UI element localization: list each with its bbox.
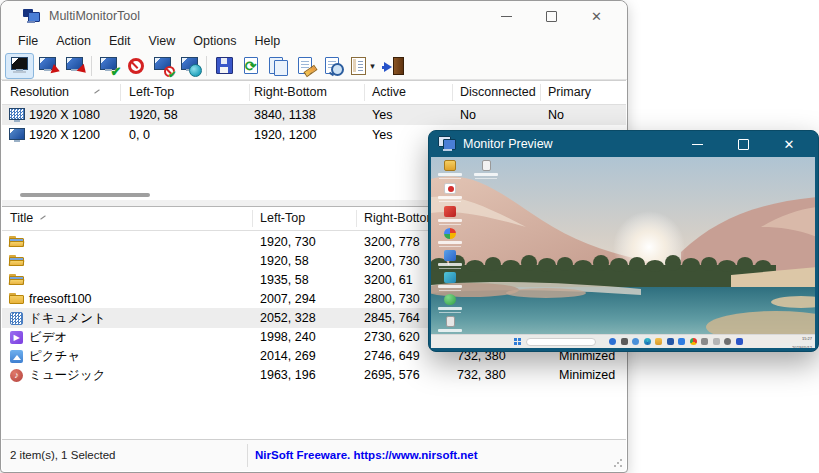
desktop-shortcut-app[interactable] [435, 250, 465, 272]
monitor-row[interactable]: 1920 X 1080 1920, 58 3840, 1138 Yes No N… [2, 105, 626, 125]
save-button[interactable] [210, 54, 237, 78]
copy-icon [268, 56, 288, 75]
maximize-icon [738, 139, 749, 150]
taskbar-chrome-icon[interactable] [690, 338, 697, 345]
close-button[interactable]: ✕ [574, 1, 619, 31]
column-disconnected[interactable]: Disconnected [460, 81, 536, 104]
taskbar-edge-icon[interactable] [644, 338, 651, 345]
titlebar[interactable]: MultiMonitorTool ✕ [1, 1, 627, 31]
status-items-text: 2 item(s), 1 Selected [10, 440, 115, 471]
cell-title: ドキュメント [29, 308, 106, 328]
preview-close-button[interactable]: ✕ [766, 131, 812, 157]
menu-file[interactable]: File [9, 31, 47, 52]
taskbar-app-icon[interactable] [609, 338, 616, 345]
menu-options[interactable]: Options [184, 31, 245, 52]
cell-primary: No [548, 105, 564, 125]
move-window-primary-monitor-button[interactable] [61, 54, 88, 78]
app-icon [444, 250, 456, 261]
taskbar-settings-icon[interactable] [724, 338, 731, 345]
status-bar: 2 item(s), 1 Selected NirSoft Freeware. … [2, 439, 626, 471]
desktop-shortcut-folder[interactable] [435, 160, 465, 182]
column-active[interactable]: Active [372, 81, 406, 104]
taskbar-search-box[interactable]: 検索 [526, 338, 596, 346]
column-title[interactable]: Title [10, 207, 33, 230]
taskbar-app-icon[interactable] [667, 338, 674, 345]
desktop-shortcut-app[interactable] [435, 206, 465, 228]
open-folder-icon [9, 273, 25, 287]
cell-left-top: 2052, 328 [260, 308, 316, 328]
set-primary-monitor-button[interactable] [176, 54, 203, 78]
preview-minimize-button[interactable] [674, 131, 720, 157]
column-right-bottom[interactable]: Right-Bottom [254, 81, 327, 104]
desktop-shortcut-app[interactable] [435, 294, 465, 316]
html-report-button[interactable]: ▾ [345, 54, 381, 78]
monitors-list-header: Resolution Left-Top Right-Bottom Active … [2, 81, 626, 105]
desktop-shortcut-file[interactable] [471, 160, 501, 182]
no-entry-icon [126, 56, 146, 75]
cell-left-top: 1935, 58 [260, 270, 309, 290]
toolbar-separator [91, 56, 92, 76]
copy-button[interactable] [264, 54, 291, 78]
move-window-next-monitor-button[interactable] [34, 54, 61, 78]
cell-active: Yes [372, 105, 392, 125]
monitor-dithered-icon [9, 108, 25, 122]
start-button-icon[interactable] [514, 338, 521, 345]
column-right-bottom[interactable]: Right-Bottom [364, 207, 437, 230]
cell-left-top: 2014, 269 [260, 346, 316, 366]
column-left-top[interactable]: Left-Top [260, 207, 305, 230]
app-icon [444, 183, 456, 194]
cell-right-bottom: 3840, 1138 [254, 105, 316, 125]
monitor-preview-button[interactable] [5, 53, 34, 79]
cell-title: ビデオ [29, 327, 67, 347]
cell-right-bottom: 3200, 778 [364, 232, 420, 252]
app-icon [444, 228, 456, 239]
horizontal-scrollbar[interactable] [20, 193, 150, 197]
resize-grip[interactable] [613, 458, 623, 468]
dropdown-arrow-icon[interactable]: ▾ [370, 61, 375, 71]
properties-button[interactable] [291, 54, 318, 78]
enable-disable-monitor-button[interactable]: ✔ [149, 54, 176, 78]
app-icon [23, 9, 39, 23]
taskbar-app-icon[interactable] [701, 338, 708, 345]
desktop-shortcut-app[interactable] [435, 183, 465, 205]
find-button[interactable] [318, 54, 345, 78]
taskbar-app-icon[interactable] [632, 338, 639, 345]
taskbar-app-icons [609, 338, 743, 345]
menu-help[interactable]: Help [245, 31, 289, 52]
cell-title: ピクチャ [29, 346, 80, 366]
taskbar-mail-icon[interactable] [678, 338, 685, 345]
minimize-button[interactable] [484, 1, 529, 31]
cell-size: 732, 380 [457, 365, 506, 385]
nirsoft-link[interactable]: NirSoft Freeware. https://www.nirsoft.ne… [255, 440, 478, 471]
taskbar-app-icon[interactable] [621, 338, 628, 345]
cell-right-bottom: 2800, 730 [364, 289, 420, 309]
taskbar-app-icon[interactable] [713, 338, 720, 345]
preview-maximize-button[interactable] [720, 131, 766, 157]
taskbar-explorer-icon[interactable] [655, 338, 662, 345]
column-resolution[interactable]: Resolution [10, 81, 69, 104]
exit-button[interactable] [381, 54, 408, 78]
disable-monitor-button[interactable] [122, 54, 149, 78]
cell-resolution: 1920 X 1080 [29, 105, 100, 125]
column-left-top[interactable]: Left-Top [129, 81, 174, 104]
desktop-shortcut-app[interactable] [435, 272, 465, 294]
window-row[interactable]: ♪ ミュージック 1963, 196 2695, 576 732, 380 Mi… [2, 365, 626, 385]
menu-action[interactable]: Action [47, 31, 100, 52]
folder-icon [9, 292, 25, 306]
taskbar-clock[interactable]: 15:27 2023/05/12 [772, 336, 812, 348]
taskbar-multimonitortool-icon[interactable] [736, 338, 743, 345]
menu-view[interactable]: View [139, 31, 184, 52]
minimize-icon [692, 144, 703, 145]
cell-state: Minimized [559, 365, 615, 385]
preview-titlebar[interactable]: Monitor Preview ✕ [429, 131, 818, 157]
enable-monitor-button[interactable]: ✔ [95, 54, 122, 78]
desktop-shortcut-app[interactable] [435, 228, 465, 250]
refresh-button[interactable]: ⟳ [237, 54, 264, 78]
report-icon [349, 56, 369, 75]
cell-title: freesoft100 [29, 289, 92, 309]
menu-edit[interactable]: Edit [100, 31, 140, 52]
video-icon: ▶ [9, 330, 25, 344]
maximize-button[interactable] [529, 1, 574, 31]
column-primary[interactable]: Primary [548, 81, 591, 104]
cell-left-top: 2007, 294 [260, 289, 316, 309]
